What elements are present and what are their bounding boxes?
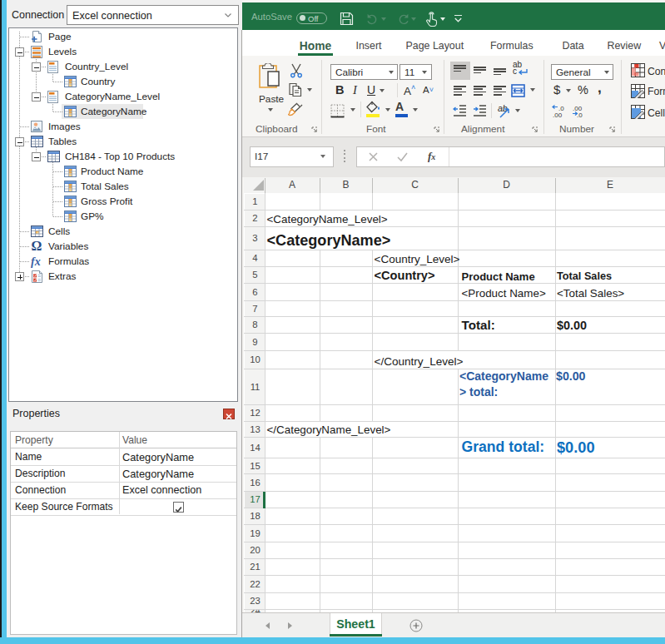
svg-text:.0: .0 [577,111,583,118]
svg-text:.00: .00 [553,111,563,118]
